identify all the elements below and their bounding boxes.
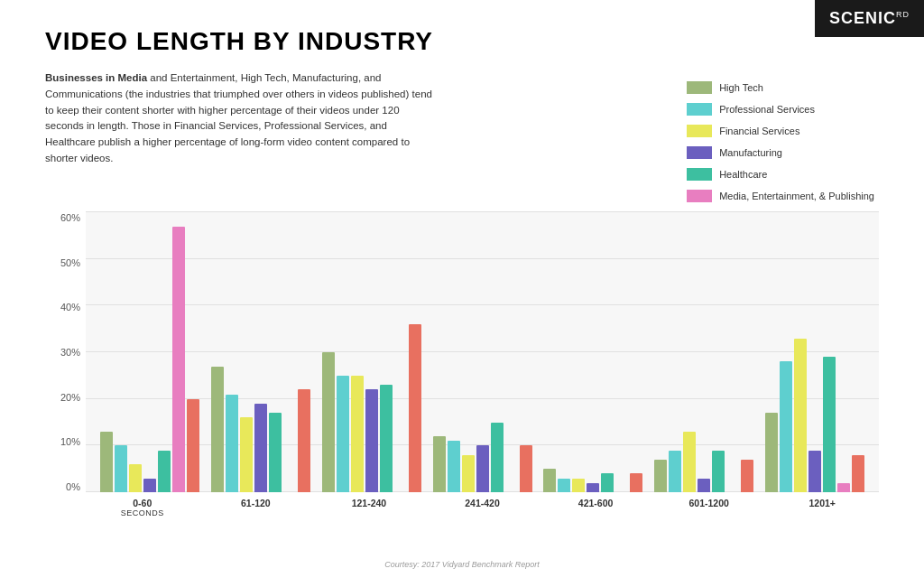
bar <box>298 389 310 492</box>
x-axis-label: 61-120 <box>199 492 313 528</box>
bar <box>794 339 807 493</box>
bar-group <box>649 212 760 492</box>
bar-group <box>316 212 427 492</box>
legend-label: Media, Entertainment, & Publishing <box>719 191 874 201</box>
y-axis: 60%50%40%30%20%10%0% <box>45 212 86 492</box>
description-rest: and Entertainment, High Tech, Manufactur… <box>45 72 432 163</box>
bar <box>211 367 224 493</box>
bar <box>433 436 446 492</box>
bar <box>476 445 489 492</box>
bar-group <box>95 212 206 492</box>
description-bold: Businesses in Media <box>45 72 147 83</box>
legend-item: Healthcare <box>687 168 874 181</box>
y-axis-label: 0% <box>66 481 80 492</box>
bar <box>669 451 681 493</box>
bar <box>100 432 113 492</box>
bar <box>698 479 710 493</box>
logo: SCENICRD <box>815 0 924 37</box>
bar <box>852 455 864 492</box>
bar-group <box>427 212 538 492</box>
bar <box>462 455 475 492</box>
legend-swatch <box>687 168 712 181</box>
bar <box>448 441 460 492</box>
bar <box>808 451 821 493</box>
x-axis-label: 0-60SECONDS <box>86 492 199 528</box>
bar <box>780 361 792 492</box>
bar-group <box>538 212 649 492</box>
bar <box>741 460 753 492</box>
x-axis-label: 121-240 <box>312 492 426 528</box>
bar <box>351 376 364 492</box>
bar <box>115 445 127 492</box>
chart-container: 60%50%40%30%20%10%0% 0-60SECONDS61-12012… <box>45 212 879 528</box>
bar <box>654 460 667 492</box>
bar <box>172 227 185 493</box>
bar <box>601 473 614 492</box>
description: Businesses in Media and Entertainment, H… <box>45 70 433 167</box>
legend-swatch <box>687 81 712 94</box>
bar <box>630 473 642 492</box>
bar <box>683 432 696 492</box>
legend: High Tech Professional Services Financia… <box>687 81 874 224</box>
legend-swatch <box>687 103 712 116</box>
legend-item: Financial Services <box>687 125 874 137</box>
bar <box>143 479 156 493</box>
legend-item: Professional Services <box>687 103 874 116</box>
bar <box>337 376 349 492</box>
legend-item: Manufacturing <box>687 146 874 159</box>
bar-group <box>759 212 870 492</box>
bar <box>837 483 850 492</box>
x-axis-label: 1201+ <box>765 492 879 528</box>
legend-label: Financial Services <box>719 126 799 136</box>
bar <box>572 479 585 493</box>
legend-swatch <box>687 146 712 159</box>
bar <box>712 451 725 493</box>
legend-label: Professional Services <box>719 104 815 115</box>
bars-area <box>86 212 879 492</box>
y-axis-label: 20% <box>60 392 80 403</box>
bar <box>322 352 335 492</box>
y-axis-label: 60% <box>60 212 80 223</box>
legend-swatch <box>687 190 712 202</box>
bar <box>543 469 556 492</box>
bar <box>187 399 199 492</box>
logo-text: SCENIC <box>829 9 896 27</box>
bar <box>520 445 532 492</box>
legend-label: Manufacturing <box>719 147 782 158</box>
legend-label: High Tech <box>719 82 763 93</box>
x-axis: 0-60SECONDS61-120121-240241-420421-60060… <box>86 492 879 528</box>
x-axis-label: 241-420 <box>426 492 540 528</box>
courtesy-text: Courtesy: 2017 Vidyard Benchmark Report <box>0 560 924 569</box>
legend-swatch <box>687 125 712 137</box>
bar <box>380 385 393 492</box>
chart-body <box>86 212 879 492</box>
bar <box>240 417 253 492</box>
bar <box>158 451 171 493</box>
bar <box>269 413 282 492</box>
page-title: VIDEO LENGTH BY INDUSTRY <box>45 27 879 56</box>
x-axis-label: 421-600 <box>539 492 652 528</box>
y-axis-label: 10% <box>60 436 80 447</box>
legend-item: Media, Entertainment, & Publishing <box>687 190 874 202</box>
bar-group <box>206 212 317 492</box>
legend-label: Healthcare <box>719 169 767 180</box>
bar <box>823 357 836 492</box>
y-axis-label: 40% <box>60 302 80 312</box>
x-axis-label: 601-1200 <box>652 492 766 528</box>
bar <box>765 413 778 492</box>
bar <box>365 389 378 492</box>
bar <box>226 395 238 493</box>
bar <box>558 479 570 493</box>
bar <box>129 464 142 492</box>
logo-sup: RD <box>896 10 910 19</box>
bar <box>587 483 599 492</box>
bar <box>409 324 421 492</box>
legend-item: High Tech <box>687 81 874 94</box>
y-axis-label: 50% <box>60 257 80 268</box>
bar <box>254 404 267 492</box>
bar <box>491 423 504 493</box>
y-axis-label: 30% <box>60 347 80 358</box>
